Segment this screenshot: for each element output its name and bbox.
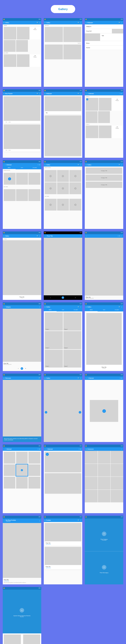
search-icon[interactable]: 🔍 [78,164,79,166]
menu-icon[interactable]: ≡ [45,377,46,379]
thumb[interactable] [4,27,16,39]
back-icon[interactable]: ← [4,520,5,521]
next-button[interactable]: › [79,411,81,414]
more-icon[interactable]: ⋮ [121,448,122,450]
search-icon[interactable]: 🔍 [37,93,38,94]
more-icon[interactable]: ⋮ [80,235,81,237]
close-icon[interactable]: ✕ [25,368,26,369]
more-icon[interactable]: ⋮ [121,306,122,308]
back-icon[interactable]: ← [86,377,87,379]
menu-icon[interactable]: ≡ [86,306,87,308]
more-icon[interactable]: ⋮ [39,235,40,237]
share-icon[interactable]: < [120,93,121,94]
back-icon[interactable]: ← [4,164,5,166]
menu-icon[interactable]: ≡ [4,22,5,23]
share-icon[interactable]: < [118,235,119,237]
edit-button[interactable]: ✎ [62,296,64,299]
list-item[interactable]: Wallpapers [85,24,123,29]
cat-tile[interactable]: Category Title [86,182,122,188]
search-icon[interactable]: 🔍 [119,22,120,23]
share-fab[interactable]: < [102,565,106,570]
edit-icon[interactable]: ✎ [119,235,120,237]
more-icon[interactable]: ⋮ [39,93,40,94]
search-icon[interactable]: 🔍 [78,93,79,94]
search-icon[interactable]: 🔍 [39,377,40,379]
more-icon[interactable]: ⋮ [80,519,81,521]
tab[interactable]: VIDEO [16,167,28,169]
more-icon[interactable]: ⋮ [121,235,122,237]
share-icon[interactable]: < [120,377,121,379]
menu-icon[interactable]: ≡ [45,306,46,308]
share-icon[interactable]: < [38,164,38,166]
share-icon[interactable]: < [38,448,38,450]
photo[interactable] [44,238,82,296]
count-card[interactable]: 136Photos [30,54,40,67]
share-fab[interactable]: < [102,532,106,536]
back-icon[interactable]: ← [86,235,87,237]
cat-tile[interactable]: Category Title [86,168,122,174]
photo[interactable] [3,523,41,578]
close-icon[interactable]: ✕ [121,93,122,94]
more-icon[interactable]: ⋮ [121,22,122,23]
menu-icon[interactable]: ≡ [86,164,87,166]
share-icon[interactable]: < [79,448,79,450]
thumb[interactable] [17,54,29,67]
share-icon[interactable]: < [50,297,51,298]
search-icon[interactable]: 🔍 [78,22,79,23]
back-icon[interactable]: ← [4,448,5,450]
search-icon[interactable]: 🔍 [119,306,120,308]
back-icon[interactable]: ← [45,235,46,237]
list-item[interactable]: Memes [85,41,123,46]
menu-icon[interactable]: ≡ [45,93,46,94]
close-icon[interactable]: ✕ [39,448,40,450]
search-icon[interactable]: 🔍 [78,519,79,521]
search-icon[interactable]: 🔍 [119,164,120,166]
share-fab[interactable]: < [20,608,24,613]
thumb[interactable] [4,54,16,67]
close-icon[interactable]: ✕ [39,164,40,166]
more-icon[interactable]: ⋮ [80,93,81,94]
tab[interactable]: DOCUMENT [28,167,41,169]
thumb-selected[interactable]: ✓ [86,98,98,110]
search-icon[interactable]: 🔍 [37,235,38,237]
menu-icon[interactable]: ≡ [45,519,46,521]
search-icon[interactable]: 🔍 [78,306,79,308]
menu-icon[interactable]: ≡ [86,448,87,450]
photo[interactable] [86,312,122,365]
view-more[interactable]: View More [44,42,82,45]
share-icon[interactable]: < [18,368,18,369]
more-icon[interactable]: ⋮ [80,377,81,379]
thumb[interactable] [45,45,63,60]
list-item[interactable]: Tiger [100,33,123,41]
like[interactable]: ♡ 136 [5,122,7,123]
more-icon[interactable]: ⋮ [39,306,40,308]
search-icon[interactable]: 🔍 [37,22,38,23]
list-item[interactable]: Funny Stuff [85,29,112,33]
cat-tile[interactable]: Category Title [86,175,122,181]
menu-icon[interactable]: ≡ [45,164,46,166]
photo[interactable] [85,238,123,296]
menu-icon[interactable]: ≡ [4,235,5,237]
count-card[interactable]: 136Photos [30,27,40,39]
back-icon[interactable]: ← [86,93,87,94]
more-icon[interactable]: ⋮ [80,164,81,166]
more-icon[interactable]: ⋮ [39,520,40,521]
more-icon[interactable]: ⋮ [39,22,40,23]
search-icon[interactable]: 🔍 [78,377,79,379]
thumb[interactable] [45,27,63,42]
edit-button[interactable]: ✎ [21,367,23,370]
tab[interactable]: PHOTO [3,167,16,169]
prev-button[interactable]: ‹ [45,411,47,414]
photo[interactable] [3,309,41,362]
close-icon[interactable]: ✕ [80,448,81,450]
menu-icon[interactable]: ≡ [4,93,5,94]
thumb[interactable] [63,27,81,42]
back-icon[interactable]: ← [4,306,5,308]
thumb[interactable] [16,40,28,52]
menu-icon[interactable]: ≡ [86,22,87,23]
thumb[interactable] [17,27,29,39]
thumb[interactable] [63,45,81,60]
menu-icon[interactable]: ≡ [45,22,46,23]
photo-selected[interactable]: ✓ [90,400,118,422]
cat-tile[interactable]: Category 1 [45,312,63,331]
